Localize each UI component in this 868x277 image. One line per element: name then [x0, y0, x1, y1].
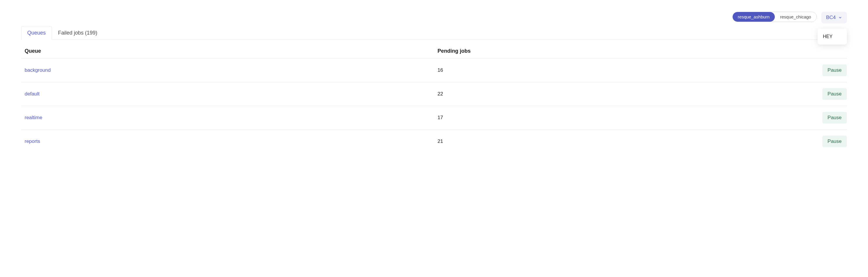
queue-link-reports[interactable]: reports	[25, 139, 40, 144]
instance-selector: resque_ashburn resque_chicago	[732, 12, 817, 22]
pause-button[interactable]: Pause	[822, 64, 847, 76]
environment-dropdown-label: BC4	[826, 14, 836, 21]
environment-dropdown-menu: HEY	[817, 29, 847, 44]
chevron-down-icon	[838, 15, 842, 20]
queue-link-default[interactable]: default	[25, 91, 39, 97]
table-row: background 16 Pause	[21, 59, 847, 82]
environment-dropdown-container: BC4 HEY	[822, 12, 847, 24]
tabs: Queues Failed jobs (199)	[21, 26, 847, 40]
pill-resque-ashburn[interactable]: resque_ashburn	[733, 12, 775, 22]
table-header-queue: Queue	[21, 40, 434, 59]
pause-button[interactable]: Pause	[822, 88, 847, 100]
pause-button[interactable]: Pause	[822, 112, 847, 124]
table-row: realtime 17 Pause	[21, 106, 847, 130]
pill-resque-chicago[interactable]: resque_chicago	[775, 12, 816, 22]
environment-dropdown[interactable]: BC4	[822, 12, 847, 24]
pending-count: 17	[434, 106, 764, 130]
pending-count: 16	[434, 59, 764, 82]
table-row: reports 21 Pause	[21, 130, 847, 153]
pending-count: 22	[434, 82, 764, 106]
queues-table: Queue Pending jobs background 16 Pause d…	[21, 40, 847, 153]
tab-failed-jobs[interactable]: Failed jobs (199)	[52, 26, 103, 40]
top-bar: resque_ashburn resque_chicago BC4 HEY	[21, 12, 847, 24]
queue-link-realtime[interactable]: realtime	[25, 115, 42, 120]
tab-queues[interactable]: Queues	[21, 26, 52, 40]
queue-link-background[interactable]: background	[25, 67, 51, 73]
pending-count: 21	[434, 130, 764, 153]
table-header-pending: Pending jobs	[434, 40, 764, 59]
table-row: default 22 Pause	[21, 82, 847, 106]
dropdown-item-hey[interactable]: HEY	[817, 30, 847, 43]
pause-button[interactable]: Pause	[822, 136, 847, 147]
